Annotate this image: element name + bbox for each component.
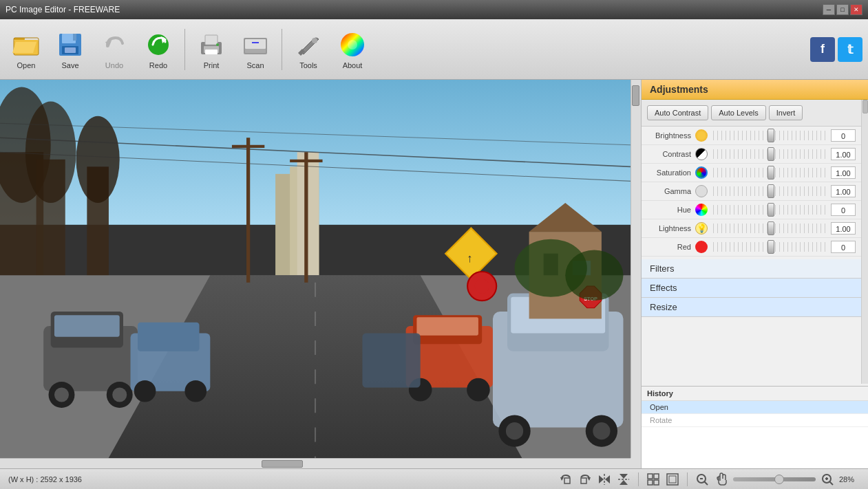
saturation-label: Saturation	[647, 169, 695, 177]
toolbar-divider-2	[282, 29, 282, 70]
svg-rect-74	[290, 160, 322, 162]
contrast-track[interactable]	[713, 149, 828, 159]
rotate-left-icon[interactable]	[558, 472, 573, 487]
history-rotate-label: Rotate	[650, 416, 672, 424]
svg-point-29	[25, 102, 76, 203]
effects-section[interactable]: Effects	[642, 279, 861, 298]
close-button[interactable]: ✕	[850, 4, 862, 15]
frame-icon[interactable]	[665, 472, 680, 487]
filters-section[interactable]: Filters	[642, 259, 861, 279]
vertical-scrollbar[interactable]	[631, 80, 641, 458]
zoom-out-icon[interactable]	[695, 472, 710, 487]
about-icon	[337, 30, 368, 60]
saturation-track[interactable]	[713, 168, 828, 177]
svg-rect-93	[648, 474, 653, 479]
saturation-thumb[interactable]	[768, 166, 774, 180]
saturation-value[interactable]: 1.00	[831, 166, 856, 179]
svg-point-67	[593, 422, 610, 439]
brightness-value[interactable]: 0	[831, 129, 856, 142]
red-track[interactable]	[713, 242, 828, 252]
adj-scrollbar[interactable]	[861, 100, 868, 384]
hue-row: Hue 0	[642, 201, 861, 219]
svg-point-23	[348, 40, 357, 50]
gamma-label: Gamma	[647, 187, 695, 195]
horizontal-scrollbar[interactable]	[0, 458, 631, 468]
lightness-track[interactable]	[713, 224, 828, 233]
tools-button[interactable]: Tools	[288, 23, 329, 76]
hand-icon[interactable]	[714, 472, 729, 487]
hue-value[interactable]: 0	[831, 204, 856, 216]
save-button[interactable]: Save	[50, 23, 91, 76]
svg-point-21	[312, 38, 317, 43]
lightness-value[interactable]: 1.00	[831, 222, 856, 235]
hue-thumb[interactable]	[768, 203, 774, 217]
zoom-thumb[interactable]	[774, 475, 784, 484]
svg-marker-85	[587, 477, 591, 481]
svg-marker-87	[599, 475, 604, 483]
svg-rect-19	[245, 49, 266, 53]
red-value[interactable]: 0	[831, 241, 856, 253]
history-item-open[interactable]: Open	[642, 401, 868, 414]
adj-scroll-thumb[interactable]	[862, 100, 868, 113]
zoom-in-icon[interactable]	[820, 472, 835, 487]
redo-button[interactable]: Redo	[138, 23, 179, 76]
lightness-thumb[interactable]	[768, 221, 774, 235]
hue-track[interactable]	[713, 205, 828, 215]
open-button[interactable]: Open	[6, 23, 47, 76]
red-row: Red 0	[642, 238, 861, 257]
undo-button[interactable]: Undo	[94, 23, 135, 76]
facebook-button[interactable]: f	[810, 37, 835, 62]
svg-marker-90	[620, 474, 628, 479]
hue-label: Hue	[647, 206, 695, 214]
svg-rect-60	[362, 334, 420, 388]
zoom-percentage: 28%	[839, 475, 860, 483]
svg-rect-97	[667, 474, 678, 485]
save-label: Save	[61, 61, 78, 69]
svg-rect-98	[669, 476, 676, 483]
svg-point-50	[184, 380, 207, 402]
svg-point-46	[112, 387, 127, 402]
gamma-track[interactable]	[713, 186, 828, 196]
flip-h-icon[interactable]	[597, 472, 612, 487]
street-scene-image: ↑	[0, 80, 631, 458]
saturation-icon	[695, 166, 708, 179]
contrast-value[interactable]: 1.00	[831, 148, 856, 160]
history-item-rotate[interactable]: Rotate	[642, 414, 868, 427]
svg-point-65	[506, 422, 523, 439]
print-button[interactable]: Print	[191, 23, 232, 76]
contrast-label: Contrast	[647, 150, 695, 158]
scroll-corner	[631, 458, 641, 468]
v-scroll-thumb[interactable]	[632, 85, 639, 106]
invert-button[interactable]: Invert	[769, 105, 803, 120]
lightness-label: Lightness	[647, 224, 695, 232]
about-button[interactable]: About	[332, 23, 373, 76]
maximize-button[interactable]: □	[836, 4, 849, 15]
gamma-thumb[interactable]	[768, 184, 774, 198]
status-bar: (W x H) : 2592 x 1936	[0, 468, 868, 489]
status-divider-2	[687, 472, 688, 486]
auto-levels-button[interactable]: Auto Levels	[711, 105, 765, 120]
flip-v-icon[interactable]	[616, 472, 631, 487]
auto-contrast-button[interactable]: Auto Contrast	[647, 105, 708, 120]
brightness-track[interactable]	[713, 131, 828, 140]
minimize-button[interactable]: ─	[823, 4, 835, 15]
scan-icon	[240, 30, 271, 60]
svg-rect-8	[65, 47, 76, 53]
adjustments-header: Adjustments	[642, 80, 868, 100]
contrast-row: Contrast 1.00	[642, 145, 861, 164]
grid-icon[interactable]	[646, 472, 661, 487]
svg-point-49	[134, 380, 156, 402]
window-controls: ─ □ ✕	[823, 4, 862, 15]
twitter-button[interactable]: 𝕥	[838, 37, 862, 62]
adjustments-scroll[interactable]: Auto Contrast Auto Levels Invert Brightn…	[642, 100, 861, 362]
brightness-thumb[interactable]	[768, 129, 774, 142]
gamma-value[interactable]: 1.00	[831, 185, 856, 197]
rotate-right-icon[interactable]	[578, 472, 593, 487]
red-thumb[interactable]	[768, 240, 774, 254]
h-scroll-thumb[interactable]	[262, 460, 303, 468]
contrast-thumb[interactable]	[768, 147, 774, 161]
scan-button[interactable]: Scan	[235, 23, 276, 76]
resize-section[interactable]: Resize	[642, 298, 861, 317]
tools-label: Tools	[299, 61, 317, 69]
zoom-slider[interactable]	[733, 477, 816, 481]
